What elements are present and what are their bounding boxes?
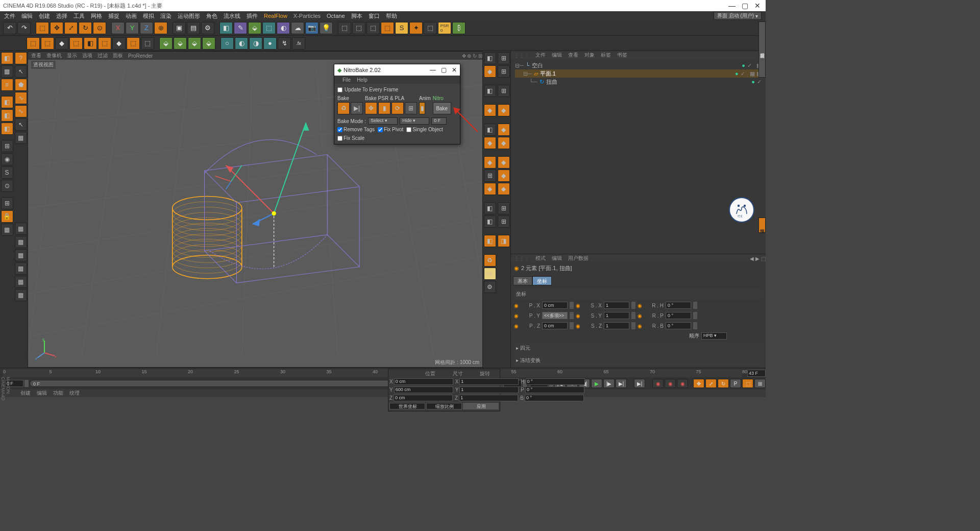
redo-button[interactable]: ↷ — [17, 22, 31, 34]
rc2-10[interactable]: ⊞ — [498, 202, 510, 214]
tb2-btn-2[interactable]: ⬚ — [41, 37, 54, 50]
tb2-btn-15[interactable]: ◐ — [235, 37, 248, 50]
tb2-btn-fx[interactable]: .fx — [292, 37, 305, 50]
last-tool[interactable]: ⊙ — [93, 22, 106, 34]
key-btn-5[interactable]: ⊞ — [754, 379, 766, 388]
tb2-btn-4[interactable]: ⬚ — [69, 37, 83, 50]
single-object-checkbox[interactable]: Single Object — [406, 127, 443, 132]
rc1-3[interactable]: ◧ — [484, 85, 496, 97]
rc2-11[interactable]: ⊞ — [498, 215, 510, 228]
tb2-btn-17[interactable]: ● — [263, 37, 277, 50]
menu-file[interactable]: 文件 — [4, 12, 15, 20]
key-btn-3[interactable]: ↻ — [718, 379, 729, 388]
menu-edit[interactable]: 编辑 — [21, 12, 33, 20]
menu-character[interactable]: 角色 — [206, 12, 217, 20]
object-tree[interactable]: ⊟─└ 空白 ●✓ ▦ ⊟─▱ 平面.1 ●✓ ▦ ▦ └─↻ 扭曲 ●✓ — [511, 59, 766, 88]
psr-icon-2[interactable]: ▮ — [378, 102, 390, 114]
fix-pivot-checkbox[interactable]: Fix Pivot — [378, 127, 403, 132]
mode-button-8[interactable]: ◉ — [1, 153, 13, 165]
key-btn-p[interactable]: P — [730, 379, 741, 388]
rc2-9[interactable]: ◆ — [498, 183, 510, 195]
tb2-btn-9[interactable]: ⬚ — [141, 37, 154, 50]
attr-tab-coord[interactable]: 坐标 — [532, 276, 552, 285]
mode-button-4[interactable]: ◧ — [1, 96, 13, 108]
select-tool[interactable]: ⬚ — [36, 22, 49, 34]
menu-script[interactable]: 脚本 — [351, 12, 362, 20]
psr-icon-1[interactable]: ✥ — [365, 102, 377, 114]
tb2-btn-10[interactable]: ⬙ — [159, 37, 173, 50]
generator-button[interactable]: ⬚ — [262, 22, 276, 34]
remove-tags-checkbox[interactable]: Remove Tags — [337, 127, 375, 132]
bake-icon-next[interactable]: ▶| — [351, 102, 363, 114]
camera-button[interactable]: 📷 — [305, 22, 318, 34]
rc2-3[interactable]: ⊞ — [498, 85, 510, 97]
timeline-ruler[interactable]: 0510152025303540455055606570758043 45 — [3, 369, 742, 377]
mode-button-10[interactable]: ⊞ — [1, 197, 13, 209]
rc2-6[interactable]: ◆ — [498, 137, 510, 149]
tb2-btn-6[interactable]: ⬚ — [98, 37, 111, 50]
nurbs-button[interactable]: ⬙ — [248, 22, 261, 34]
rc2-4[interactable]: ◆ — [498, 104, 510, 116]
rc1-8[interactable]: ⊞ — [484, 170, 496, 182]
rec-btn-1[interactable]: ◉ — [652, 379, 664, 388]
axis-y-button[interactable]: Y — [126, 22, 139, 34]
bake-frames-input[interactable]: 0 F — [431, 117, 447, 125]
menu-octane[interactable]: Octane — [327, 13, 345, 19]
lc2-btn-3[interactable]: ⬟ — [15, 79, 27, 91]
plugin-btn-7[interactable]: ₿ — [452, 22, 465, 34]
bake-icon-recycle[interactable]: ♻ — [337, 102, 350, 114]
axis-x-button[interactable]: X — [111, 22, 125, 34]
tree-item-twist[interactable]: └─↻ 扭曲 ●✓ — [515, 78, 762, 86]
minimize-icon[interactable]: — — [728, 2, 736, 10]
tb2-btn-18[interactable]: ↯ — [278, 37, 291, 50]
tb2-btn-12[interactable]: ⬙ — [188, 37, 201, 50]
mode-button-12[interactable]: ▦ — [1, 224, 13, 236]
render-settings-button[interactable]: ⚙ — [201, 22, 214, 34]
menu-simulate[interactable]: 模拟 — [143, 12, 154, 20]
render-pv-button[interactable]: ▤ — [187, 22, 200, 34]
rc2-5[interactable]: ◆ — [498, 124, 510, 136]
lc2-btn-5[interactable]: ∿ — [15, 105, 27, 117]
rec-btn-3[interactable]: ◉ — [677, 379, 688, 388]
order-select[interactable]: HPB ▾ — [701, 332, 727, 340]
pen-tool-button[interactable]: ✎ — [234, 22, 247, 34]
plugin-btn-2[interactable]: ⬚ — [352, 22, 365, 34]
plugin-btn-s[interactable]: S — [395, 22, 408, 34]
menu-window[interactable]: 窗口 — [369, 12, 380, 20]
coord-group-1[interactable]: ▸ 四元 — [514, 343, 763, 354]
scale-tool[interactable]: ⤢ — [64, 22, 78, 34]
menu-tools[interactable]: 工具 — [74, 12, 85, 20]
menu-pipeline[interactable]: 流水线 — [224, 12, 240, 20]
goto-end-button-2[interactable]: ▶| — [634, 379, 645, 388]
menu-create[interactable]: 创建 — [39, 12, 50, 20]
rc1-6[interactable]: ◆ — [484, 137, 496, 149]
tree-item-plane[interactable]: ⊟─▱ 平面.1 ●✓ ▦ ▦ — [515, 69, 762, 78]
lc2-btn-9[interactable]: ▦ — [15, 236, 27, 248]
rc1-5[interactable]: ◧ — [484, 124, 496, 136]
coord-group-2[interactable]: ▸ 冻结变换 — [514, 355, 763, 366]
rc1-11[interactable]: ◧ — [484, 215, 496, 228]
rc2-8[interactable]: ◆ — [498, 170, 510, 182]
key-btn-4[interactable]: ⬚ — [742, 379, 753, 388]
lc2-btn-11[interactable]: ▦ — [15, 262, 27, 275]
mode-button-7[interactable]: ⊞ — [1, 140, 13, 152]
menu-plugins[interactable]: 插件 — [247, 12, 258, 20]
plugin-btn-6[interactable]: ⬚ — [424, 22, 437, 34]
apply-button[interactable]: 应用 — [463, 403, 499, 409]
bake-hide-select[interactable]: Hide ▾ — [400, 117, 429, 125]
play-button[interactable]: ▶ — [591, 379, 602, 388]
viewport-nav-icons[interactable]: ✥ ⊕ ↻ ⊞ — [462, 53, 482, 59]
lc2-btn-4[interactable]: ∿ — [15, 92, 27, 104]
plugin-psr[interactable]: PSR0 — [438, 22, 451, 34]
dlg-close-icon[interactable]: ✕ — [452, 66, 457, 74]
fix-scale-checkbox[interactable]: Fix Scale — [337, 135, 364, 141]
rc1-10[interactable]: ◧ — [484, 202, 496, 214]
layout-selector[interactable]: 界面 启动 (用户) ▾ — [714, 12, 762, 20]
mode-button-s[interactable]: S — [1, 166, 13, 179]
goto-end-button[interactable]: ▶| — [616, 379, 627, 388]
plugin-btn-3[interactable]: ⬚ — [366, 22, 380, 34]
tb2-btn-13[interactable]: ⬙ — [202, 37, 215, 50]
lc2-btn-8[interactable]: ▦ — [15, 223, 27, 235]
menu-mesh[interactable]: 网格 — [91, 12, 102, 20]
right-tab-attr[interactable]: 属性 — [758, 218, 766, 233]
